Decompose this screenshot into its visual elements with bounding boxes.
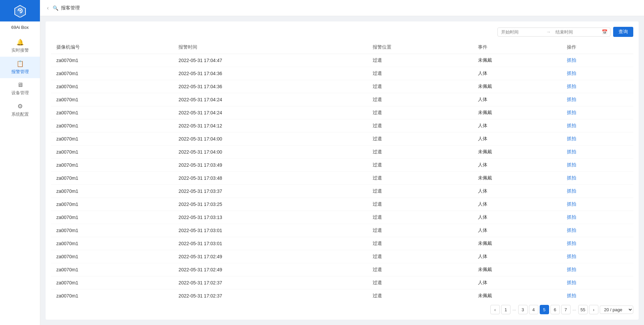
- cell-location: 过道: [367, 159, 473, 172]
- action-link[interactable]: 抓拍: [567, 70, 576, 76]
- cell-camera: za0070m1: [51, 93, 173, 106]
- table-row: za0070m1 2022-05-31 17:04:36 过道 人体 抓拍: [51, 67, 633, 80]
- page-button-6[interactable]: 6: [550, 305, 560, 314]
- sidebar-item-settings-label: 系统配置: [11, 111, 29, 117]
- cell-action[interactable]: 抓拍: [561, 106, 633, 119]
- sidebar-item-alert-label: 报警管理: [11, 69, 29, 75]
- action-link[interactable]: 抓拍: [567, 293, 576, 298]
- action-link[interactable]: 抓拍: [567, 162, 576, 167]
- page-button-1[interactable]: 1: [501, 305, 511, 314]
- cell-camera: za0070m1: [51, 132, 173, 146]
- action-link[interactable]: 抓拍: [567, 188, 576, 194]
- cell-action[interactable]: 抓拍: [561, 67, 633, 80]
- cell-action[interactable]: 抓拍: [561, 80, 633, 93]
- cell-action[interactable]: 抓拍: [561, 54, 633, 67]
- cell-location: 过道: [367, 132, 473, 146]
- cell-event: 未佩戴: [473, 289, 561, 301]
- search-icon: 🔍: [53, 5, 58, 11]
- calendar-icon[interactable]: 📅: [599, 29, 610, 35]
- action-link[interactable]: 抓拍: [567, 149, 576, 154]
- action-link[interactable]: 抓拍: [567, 57, 576, 63]
- cell-action[interactable]: 抓拍: [561, 159, 633, 172]
- table-row: za0070m1 2022-05-31 17:04:24 过道 人体 抓拍: [51, 93, 633, 106]
- action-link[interactable]: 抓拍: [567, 240, 576, 246]
- page-button-5[interactable]: 5: [540, 305, 549, 314]
- cell-action[interactable]: 抓拍: [561, 250, 633, 263]
- date-arrow: →: [545, 29, 552, 35]
- query-button[interactable]: 查询: [613, 27, 633, 37]
- cell-event: 人体: [473, 119, 561, 132]
- action-link[interactable]: 抓拍: [567, 123, 576, 128]
- page-size-selector[interactable]: 20 / page 50 / page 100 / page: [600, 306, 633, 314]
- action-link[interactable]: 抓拍: [567, 280, 576, 285]
- cell-time: 2022-05-31 17:03:25: [173, 198, 367, 211]
- content-area: → 📅 查询 摄像机编号 报警时间 报警位置 事件 操作: [40, 16, 644, 325]
- table-row: za0070m1 2022-05-31 17:03:48 过道 未佩戴 抓拍: [51, 172, 633, 185]
- action-link[interactable]: 抓拍: [567, 97, 576, 102]
- cell-action[interactable]: 抓拍: [561, 211, 633, 224]
- main-area: ‹ 🔍 报客管理 → 📅 查询 摄像机编号: [40, 0, 644, 325]
- cell-location: 过道: [367, 80, 473, 93]
- table-row: za0070m1 2022-05-31 17:03:01 过道 人体 抓拍: [51, 224, 633, 237]
- cell-action[interactable]: 抓拍: [561, 146, 633, 159]
- cell-action[interactable]: 抓拍: [561, 185, 633, 198]
- action-link[interactable]: 抓拍: [567, 227, 576, 233]
- next-page-button[interactable]: ›: [589, 305, 598, 314]
- toolbar: → 📅 查询: [51, 27, 633, 37]
- cell-event: 人体: [473, 93, 561, 106]
- cell-action[interactable]: 抓拍: [561, 172, 633, 185]
- action-link[interactable]: 抓拍: [567, 201, 576, 207]
- date-range-picker[interactable]: → 📅: [497, 28, 610, 37]
- monitor-icon: 🖥: [17, 82, 23, 89]
- sidebar-item-realtime[interactable]: 🔔 实时接警: [0, 35, 40, 57]
- page-button-3[interactable]: 3: [518, 305, 528, 314]
- action-link[interactable]: 抓拍: [567, 214, 576, 220]
- cell-time: 2022-05-31 17:03:49: [173, 159, 367, 172]
- cell-time: 2022-05-31 17:04:24: [173, 106, 367, 119]
- table-row: za0070m1 2022-05-31 17:04:47 过道 未佩戴 抓拍: [51, 54, 633, 67]
- col-time: 报警时间: [173, 41, 367, 54]
- cell-time: 2022-05-31 17:04:12: [173, 119, 367, 132]
- table-body: za0070m1 2022-05-31 17:04:47 过道 未佩戴 抓拍 z…: [51, 54, 633, 301]
- action-link[interactable]: 抓拍: [567, 175, 576, 180]
- end-date-input[interactable]: [552, 28, 599, 36]
- page-button-7[interactable]: 7: [561, 305, 571, 314]
- cell-location: 过道: [367, 224, 473, 237]
- sidebar-item-settings[interactable]: ⚙ 系统配置: [0, 99, 40, 121]
- cell-time: 2022-05-31 17:03:13: [173, 211, 367, 224]
- action-link[interactable]: 抓拍: [567, 267, 576, 272]
- cell-action[interactable]: 抓拍: [561, 119, 633, 132]
- page-button-4[interactable]: 4: [529, 305, 538, 314]
- cell-location: 过道: [367, 119, 473, 132]
- cell-action[interactable]: 抓拍: [561, 237, 633, 250]
- cell-time: 2022-05-31 17:04:47: [173, 54, 367, 67]
- sidebar-item-device[interactable]: 🖥 设备管理: [0, 78, 40, 99]
- cell-action[interactable]: 抓拍: [561, 132, 633, 146]
- cell-action[interactable]: 抓拍: [561, 224, 633, 237]
- bell-icon: 🔔: [16, 39, 24, 46]
- sidebar: 69Ai Box 🔔 实时接警 📋 报警管理 🖥 设备管理 ⚙ 系统配置: [0, 0, 40, 325]
- page-button-55[interactable]: 55: [578, 305, 588, 314]
- cell-location: 过道: [367, 67, 473, 80]
- cell-time: 2022-05-31 17:04:24: [173, 93, 367, 106]
- action-link[interactable]: 抓拍: [567, 84, 576, 89]
- cell-action[interactable]: 抓拍: [561, 276, 633, 289]
- cell-event: 人体: [473, 159, 561, 172]
- cell-event: 未佩戴: [473, 106, 561, 119]
- cell-event: 未佩戴: [473, 172, 561, 185]
- cell-action[interactable]: 抓拍: [561, 198, 633, 211]
- col-action: 操作: [561, 41, 633, 54]
- cell-action[interactable]: 抓拍: [561, 93, 633, 106]
- action-link[interactable]: 抓拍: [567, 136, 576, 141]
- action-link[interactable]: 抓拍: [567, 110, 576, 115]
- cell-location: 过道: [367, 263, 473, 276]
- sidebar-item-alert[interactable]: 📋 报警管理: [0, 57, 40, 78]
- cell-action[interactable]: 抓拍: [561, 289, 633, 301]
- collapse-button[interactable]: ‹: [46, 4, 50, 12]
- table-row: za0070m1 2022-05-31 17:04:12 过道 人体 抓拍: [51, 119, 633, 132]
- cell-camera: za0070m1: [51, 119, 173, 132]
- start-date-input[interactable]: [498, 28, 545, 36]
- prev-page-button[interactable]: ‹: [490, 305, 500, 314]
- cell-action[interactable]: 抓拍: [561, 263, 633, 276]
- action-link[interactable]: 抓拍: [567, 254, 576, 259]
